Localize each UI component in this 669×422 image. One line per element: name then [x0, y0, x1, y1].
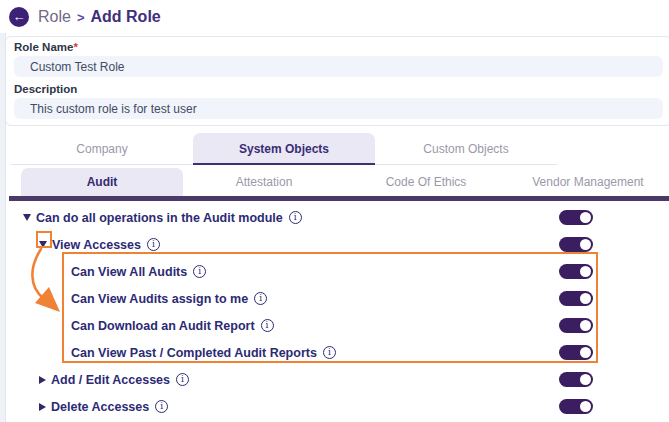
tab-vendor-management[interactable]: Vendor Management	[507, 168, 669, 196]
breadcrumb: Role > Add Role	[38, 8, 161, 26]
toggle-delete-accesses[interactable]	[559, 399, 593, 414]
role-name-field-group: Role Name*	[14, 41, 663, 77]
info-icon[interactable]	[323, 346, 336, 359]
collapse-arrow-icon[interactable]	[39, 241, 47, 248]
info-icon[interactable]	[261, 319, 274, 332]
permission-label-group: Can View Audits assign to me	[71, 292, 559, 306]
tab-code-of-ethics[interactable]: Code Of Ethics	[345, 168, 507, 196]
toggle-view-accesses[interactable]	[559, 237, 593, 252]
toggle-knob	[580, 347, 591, 358]
description-field-group: Description	[14, 83, 663, 119]
permission-label-group: Can do all operations in the Audit modul…	[23, 211, 559, 225]
toggle-knob	[580, 239, 591, 250]
breadcrumb-separator-icon: >	[77, 10, 85, 25]
role-name-label-text: Role Name	[14, 41, 73, 53]
role-name-label: Role Name*	[14, 41, 663, 53]
toggle-knob	[580, 266, 591, 277]
permission-label-group: Can View Past / Completed Audit Reports	[71, 346, 559, 360]
permission-row-view-accesses: View Accesses	[6, 231, 669, 258]
tab-attestation[interactable]: Attestation	[183, 168, 345, 196]
permission-label-group: Delete Accesses	[39, 400, 559, 414]
tab-company[interactable]: Company	[11, 133, 193, 164]
toggle-view-past-reports[interactable]	[559, 345, 593, 360]
permission-label: Can View All Audits	[71, 265, 187, 279]
permission-row-view-past-reports: Can View Past / Completed Audit Reports	[6, 339, 669, 366]
permission-label: Can View Audits assign to me	[71, 292, 248, 306]
permission-label: Delete Accesses	[51, 400, 149, 414]
toggle-knob	[580, 320, 591, 331]
back-arrow-icon[interactable]	[9, 7, 29, 27]
info-icon[interactable]	[289, 211, 302, 224]
description-label: Description	[14, 83, 663, 95]
permission-row-view-all-audits: Can View All Audits	[6, 258, 669, 285]
info-icon[interactable]	[155, 400, 168, 413]
info-icon[interactable]	[254, 292, 267, 305]
toggle-add-edit-accesses[interactable]	[559, 372, 593, 387]
permission-label: View Accesses	[52, 238, 141, 252]
permission-label: Can View Past / Completed Audit Reports	[71, 346, 317, 360]
permission-label-group: View Accesses	[39, 238, 559, 252]
permission-label: Can Download an Audit Report	[71, 319, 255, 333]
description-input[interactable]	[14, 98, 663, 119]
toggle-knob	[580, 212, 591, 223]
toggle-knob	[580, 401, 591, 412]
page-title: Add Role	[91, 8, 161, 26]
toggle-knob	[580, 374, 591, 385]
toggle-view-audits-assigned[interactable]	[559, 291, 593, 306]
toggle-view-all-audits[interactable]	[559, 264, 593, 279]
main-content: Role Name* Description Company System Ob…	[5, 33, 669, 422]
required-asterisk: *	[73, 41, 77, 53]
description-label-text: Description	[14, 83, 77, 95]
expand-arrow-icon[interactable]	[39, 376, 46, 384]
expand-arrow-icon[interactable]	[39, 403, 46, 411]
permission-row-add-edit-accesses: Add / Edit Accesses	[6, 366, 669, 393]
role-form-card: Role Name* Description	[5, 36, 669, 126]
permission-row-all-operations: Can do all operations in the Audit modul…	[6, 204, 669, 231]
permission-label: Add / Edit Accesses	[51, 373, 170, 387]
breadcrumb-role[interactable]: Role	[38, 8, 71, 26]
permission-label-group: Add / Edit Accesses	[39, 373, 559, 387]
role-name-input[interactable]	[14, 56, 663, 77]
permission-row-delete-accesses: Delete Accesses	[6, 393, 669, 420]
permission-row-view-audits-assigned: Can View Audits assign to me	[6, 285, 669, 312]
page-header: Role > Add Role	[0, 0, 669, 33]
permission-list: Can do all operations in the Audit modul…	[6, 201, 669, 420]
permission-label-group: Can Download an Audit Report	[71, 319, 559, 333]
tab-custom-objects[interactable]: Custom Objects	[375, 133, 557, 164]
permission-label-group: Can View All Audits	[71, 265, 559, 279]
collapse-arrow-icon[interactable]	[23, 214, 31, 221]
tab-system-objects[interactable]: System Objects	[193, 133, 375, 164]
toggle-download-report[interactable]	[559, 318, 593, 333]
info-icon[interactable]	[193, 265, 206, 278]
info-icon[interactable]	[176, 373, 189, 386]
info-icon[interactable]	[147, 238, 160, 251]
toggle-knob	[580, 293, 591, 304]
toggle-all-operations[interactable]	[559, 210, 593, 225]
permission-row-download-report: Can Download an Audit Report	[6, 312, 669, 339]
primary-tab-bar: Company System Objects Custom Objects	[11, 133, 557, 165]
tab-audit[interactable]: Audit	[21, 168, 183, 196]
module-tab-bar: Audit Attestation Code Of Ethics Vendor …	[21, 168, 669, 196]
permission-label: Can do all operations in the Audit modul…	[36, 211, 283, 225]
